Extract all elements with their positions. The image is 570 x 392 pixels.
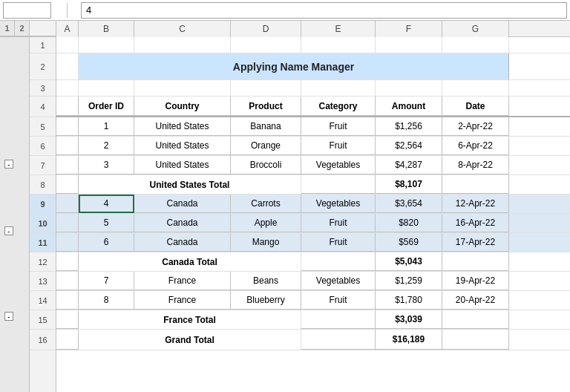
col-header-d[interactable]: D xyxy=(231,21,301,37)
row-num-9[interactable]: 9 xyxy=(30,195,56,214)
cell-f-row6[interactable]: $2,564 xyxy=(376,137,442,155)
row-num-13[interactable]: 13 xyxy=(30,272,56,291)
row-num-8[interactable]: 8 xyxy=(30,175,56,195)
cell-b-row7[interactable]: 3 xyxy=(79,156,134,174)
cell-d-row11[interactable]: Mango xyxy=(231,233,301,252)
cell-d-row4[interactable]: Product xyxy=(231,97,301,116)
cell-a-row3[interactable] xyxy=(56,80,79,96)
cell-e-row8[interactable] xyxy=(301,175,376,194)
cell-c-row3[interactable] xyxy=(134,80,231,96)
cell-d-row13[interactable]: Beans xyxy=(231,272,301,290)
row-num-10[interactable]: 10 xyxy=(30,214,56,233)
cell-e-row3[interactable] xyxy=(301,80,376,96)
cell-c-row6[interactable]: United States xyxy=(134,137,231,155)
cell-a-row8[interactable] xyxy=(56,175,79,194)
cell-e-row16[interactable] xyxy=(301,330,376,350)
row-num-7[interactable]: 7 xyxy=(30,156,56,175)
cell-e-row12[interactable] xyxy=(301,252,376,271)
cell-f-row3[interactable] xyxy=(376,80,442,96)
col-header-b[interactable]: B xyxy=(79,21,134,37)
cell-g-row1[interactable] xyxy=(442,37,509,53)
cell-a-row5[interactable] xyxy=(56,117,79,136)
outline-collapse-us[interactable]: - xyxy=(4,160,13,169)
cell-f-row1[interactable] xyxy=(376,37,442,53)
cell-f-row10[interactable]: $820 xyxy=(376,214,442,232)
cell-e-row9[interactable]: Vegetables xyxy=(301,195,376,213)
cell-e-row10[interactable]: Fruit xyxy=(301,214,376,232)
cell-f-row11[interactable]: $569 xyxy=(376,233,442,252)
cell-d-row6[interactable]: Orange xyxy=(231,137,301,155)
row-num-14[interactable]: 14 xyxy=(30,291,56,310)
cell-d-row14[interactable]: Blueberry xyxy=(231,291,301,310)
cell-a-row4[interactable] xyxy=(56,97,79,116)
outline-level-1-btn[interactable]: 1 xyxy=(0,21,15,36)
cell-g-row9[interactable]: 12-Apr-22 xyxy=(442,195,509,213)
cell-b-row3[interactable] xyxy=(79,80,134,96)
cell-b-row5[interactable]: 1 xyxy=(79,117,134,136)
cell-a-row13[interactable] xyxy=(56,272,79,290)
cell-b-row14[interactable]: 8 xyxy=(79,291,134,310)
cell-c-row11[interactable]: Canada xyxy=(134,233,231,252)
cell-a-row12[interactable] xyxy=(56,252,79,271)
cell-a-row11[interactable] xyxy=(56,233,79,252)
cell-a-row15[interactable] xyxy=(56,310,79,329)
row-num-12[interactable]: 12 xyxy=(30,252,56,272)
cell-f-row8[interactable]: $8,107 xyxy=(376,175,442,194)
cell-f-row9[interactable]: $3,654 xyxy=(376,195,442,213)
cell-f-row7[interactable]: $4,287 xyxy=(376,156,442,174)
cell-reference-box[interactable] xyxy=(3,2,51,19)
cell-e-row5[interactable]: Fruit xyxy=(301,117,376,136)
cell-d-row10[interactable]: Apple xyxy=(231,214,301,232)
cell-b-row4[interactable]: Order ID xyxy=(79,97,134,116)
cell-g-row7[interactable]: 8-Apr-22 xyxy=(442,156,509,174)
row-num-2[interactable]: 2 xyxy=(30,53,56,80)
cell-b-row10[interactable]: 5 xyxy=(79,214,134,232)
col-header-e[interactable]: E xyxy=(301,21,376,37)
cell-a-row14[interactable] xyxy=(56,291,79,310)
cell-g-row8[interactable] xyxy=(442,175,509,194)
col-header-c[interactable]: C xyxy=(134,21,231,37)
cell-g-row11[interactable]: 17-Apr-22 xyxy=(442,233,509,252)
cell-e-row13[interactable]: Vegetables xyxy=(301,272,376,290)
cell-e-row1[interactable] xyxy=(301,37,376,53)
cell-f-row4[interactable]: Amount xyxy=(376,97,442,116)
row-num-6[interactable]: 6 xyxy=(30,137,56,156)
cell-f-row13[interactable]: $1,259 xyxy=(376,272,442,290)
cell-c-row5[interactable]: United States xyxy=(134,117,231,136)
outline-collapse-fr[interactable]: - xyxy=(4,312,13,321)
col-header-a[interactable]: A xyxy=(56,21,79,37)
cell-c-row7[interactable]: United States xyxy=(134,156,231,174)
cell-g-row5[interactable]: 2-Apr-22 xyxy=(442,117,509,136)
cell-b-row9[interactable]: 4 xyxy=(79,195,134,213)
formula-input[interactable] xyxy=(81,2,567,19)
cell-d-row3[interactable] xyxy=(231,80,301,96)
cell-g-row6[interactable]: 6-Apr-22 xyxy=(442,137,509,155)
cell-d-row5[interactable]: Banana xyxy=(231,117,301,136)
cell-b-row6[interactable]: 2 xyxy=(79,137,134,155)
cell-e-row7[interactable]: Vegetables xyxy=(301,156,376,174)
cell-a-row2[interactable] xyxy=(56,53,79,79)
cell-g-row16[interactable] xyxy=(442,330,509,350)
cell-b-row1[interactable] xyxy=(79,37,134,53)
cell-c-row13[interactable]: France xyxy=(134,272,231,290)
cell-d-row1[interactable] xyxy=(231,37,301,53)
cell-e-row4[interactable]: Category xyxy=(301,97,376,116)
cell-d-row7[interactable]: Broccoli xyxy=(231,156,301,174)
cell-b-row13[interactable]: 7 xyxy=(79,272,134,290)
row-num-4[interactable]: 4 xyxy=(30,97,56,117)
cell-a-row7[interactable] xyxy=(56,156,79,174)
cell-f-row15[interactable]: $3,039 xyxy=(376,310,442,329)
cell-e-row11[interactable]: Fruit xyxy=(301,233,376,252)
cell-e-row14[interactable]: Fruit xyxy=(301,291,376,310)
col-header-f[interactable]: F xyxy=(376,21,442,37)
cell-b-row11[interactable]: 6 xyxy=(79,233,134,252)
cell-g-row13[interactable]: 19-Apr-22 xyxy=(442,272,509,290)
row-num-1[interactable]: 1 xyxy=(30,37,56,53)
outline-level-2-btn[interactable]: 2 xyxy=(15,21,30,36)
cell-a-row1[interactable] xyxy=(56,37,79,53)
col-header-g[interactable]: G xyxy=(442,21,509,37)
cell-a-row6[interactable] xyxy=(56,137,79,155)
outline-collapse-ca[interactable]: - xyxy=(4,226,13,235)
cell-e-row15[interactable] xyxy=(301,310,376,329)
cell-g-row12[interactable] xyxy=(442,252,509,271)
